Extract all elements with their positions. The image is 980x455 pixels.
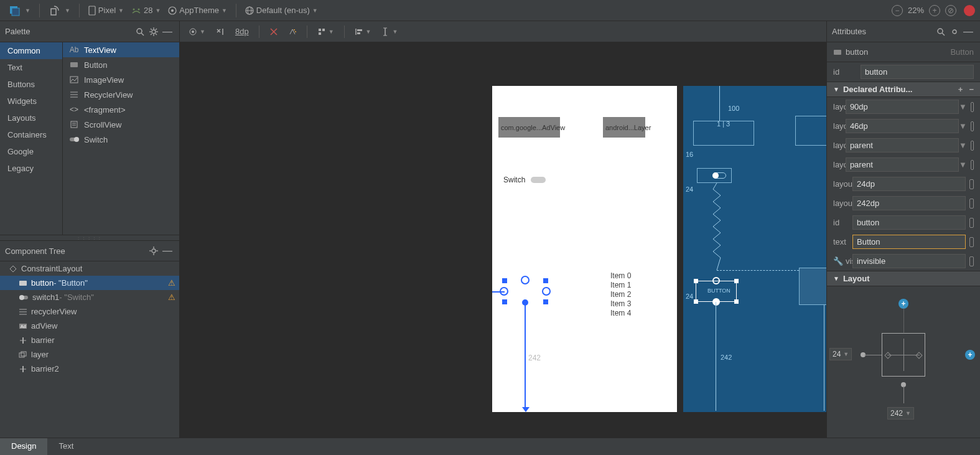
default-margin-button[interactable]: 8dp xyxy=(231,24,253,39)
attr-input[interactable] xyxy=(846,138,959,152)
tab-design[interactable]: Design xyxy=(0,438,47,455)
palette-cat-common[interactable]: Common xyxy=(0,42,62,59)
design-surface[interactable]: com.google...AdView android...Layer Swit… xyxy=(492,86,677,412)
chevron-down-icon[interactable]: ▼ xyxy=(959,141,967,150)
zoom-out-button[interactable]: − xyxy=(892,5,903,16)
attr-input[interactable] xyxy=(852,254,966,268)
bp-switch[interactable] xyxy=(697,168,732,183)
selected-button-widget[interactable] xyxy=(505,281,546,302)
palette-cat-text[interactable]: Text xyxy=(0,59,62,76)
palette-cat-google[interactable]: Google xyxy=(0,143,62,160)
pack-button[interactable]: ▼ xyxy=(314,25,338,39)
layer-placeholder[interactable]: android...Layer xyxy=(603,117,645,138)
resource-picker-icon[interactable] xyxy=(969,218,974,228)
theme-picker[interactable]: AppTheme ▼ xyxy=(164,3,231,17)
resource-picker-icon[interactable] xyxy=(969,237,974,247)
attr-input[interactable] xyxy=(852,196,966,210)
zoom-in-button[interactable]: + xyxy=(929,5,940,16)
gear-icon[interactable] xyxy=(147,25,161,39)
error-indicator-icon[interactable] xyxy=(964,5,975,16)
attr-input[interactable] xyxy=(846,100,959,114)
device-picker[interactable]: Pixel ▼ xyxy=(85,3,128,18)
palette-item-recyclerview[interactable]: RecyclerView xyxy=(63,87,179,102)
resource-picker-icon[interactable] xyxy=(971,160,974,170)
resource-picker-icon[interactable] xyxy=(971,102,974,112)
palette-item-scrollview[interactable]: ScrollView xyxy=(63,117,179,132)
tree-item-adview[interactable]: Ad adView xyxy=(0,319,179,333)
tab-text[interactable]: Text xyxy=(47,438,85,455)
resource-picker-icon[interactable] xyxy=(971,141,974,151)
minimize-icon[interactable]: — xyxy=(961,25,975,39)
remove-icon[interactable]: − xyxy=(969,85,974,94)
tree-item-recyclerview[interactable]: recyclerView xyxy=(0,304,179,319)
svg-point-70 xyxy=(953,30,956,34)
palette-item-imageview[interactable]: ImageView xyxy=(63,72,179,87)
view-options-button[interactable]: ▼ xyxy=(185,25,209,39)
attr-input[interactable] xyxy=(852,235,966,249)
cw-bottom-margin[interactable]: 242▼ xyxy=(887,407,914,420)
attr-input[interactable] xyxy=(846,157,959,172)
guidelines-button[interactable]: ▼ xyxy=(377,25,401,39)
palette-cat-buttons[interactable]: Buttons xyxy=(0,76,62,93)
zoom-fit-button[interactable]: ⊘ xyxy=(945,5,956,16)
search-icon[interactable] xyxy=(133,25,147,39)
layout-section[interactable]: ▼ Layout xyxy=(827,271,980,286)
api-picker[interactable]: 28 ▼ xyxy=(128,3,164,17)
tree-item-layer[interactable]: layer xyxy=(0,347,179,362)
recyclerview-items[interactable]: Item 0 Item 1 Item 2 Item 3 Item 4 xyxy=(610,271,631,318)
locale-picker[interactable]: Default (en-us) ▼ xyxy=(241,3,322,17)
tree-item-switch[interactable]: switch1- "Switch" ⚠ xyxy=(0,290,179,304)
align-button[interactable]: ▼ xyxy=(351,25,375,39)
infer-constraints-button[interactable] xyxy=(284,25,301,39)
palette-item-switch[interactable]: Switch xyxy=(63,132,179,147)
bp-recyclerview[interactable] xyxy=(799,268,826,305)
attr-input[interactable] xyxy=(852,215,966,230)
adview-placeholder[interactable]: com.google...AdView xyxy=(498,117,560,138)
tree-item-button[interactable]: button- "Button" ⚠ xyxy=(0,276,179,290)
declared-section[interactable]: ▼ Declared Attribu... +− xyxy=(827,82,980,97)
add-icon[interactable]: + xyxy=(958,85,963,94)
chevron-down-icon[interactable]: ▼ xyxy=(959,160,967,169)
palette-cat-legacy[interactable]: Legacy xyxy=(0,160,62,177)
attr-input[interactable] xyxy=(852,177,966,191)
cw-add-right[interactable]: + xyxy=(965,350,975,360)
tree-item-barrier[interactable]: barrier xyxy=(0,333,179,347)
search-icon[interactable] xyxy=(934,25,948,39)
minimize-icon[interactable]: — xyxy=(161,244,174,258)
switch-widget[interactable]: Switch xyxy=(503,176,525,184)
palette-item-textview[interactable]: AbTextView xyxy=(63,42,179,57)
cw-left-margin[interactable]: 24▼ xyxy=(829,348,852,360)
blueprint-surface[interactable]: 100 1 | 3 68 16 24 BUTTON xyxy=(683,86,826,412)
chevron-down-icon[interactable]: ▼ xyxy=(959,102,967,111)
tree-item-barrier2[interactable]: barrier2 xyxy=(0,362,179,376)
resize-handle[interactable]: : : : : : xyxy=(0,235,179,240)
palette-item-button[interactable]: Button xyxy=(63,57,179,72)
resource-picker-icon[interactable] xyxy=(969,256,974,266)
gear-icon[interactable] xyxy=(147,244,161,258)
svg-point-13 xyxy=(152,30,156,34)
gear-icon[interactable] xyxy=(948,25,961,39)
palette-title: Palette xyxy=(5,27,133,36)
palette-cat-widgets[interactable]: Widgets xyxy=(0,93,62,110)
minimize-icon[interactable]: — xyxy=(161,25,174,39)
clear-constraints-button[interactable] xyxy=(266,25,282,39)
orientation-button[interactable]: ▼ xyxy=(45,2,74,19)
palette-item-fragment[interactable]: <><fragment> xyxy=(63,102,179,117)
resource-picker-icon[interactable] xyxy=(971,121,974,131)
resource-picker-icon[interactable] xyxy=(969,199,974,209)
bp-selected-button[interactable]: BUTTON xyxy=(696,281,737,302)
resource-picker-icon[interactable] xyxy=(969,179,974,189)
constraint-widget[interactable]: + + 24▼ 242▼ xyxy=(827,286,980,423)
chevron-down-icon[interactable]: ▼ xyxy=(959,121,967,131)
palette-cat-layouts[interactable]: Layouts xyxy=(0,110,62,126)
palette-cat-containers[interactable]: Containers xyxy=(0,126,62,143)
barrier-icon xyxy=(19,337,27,344)
autoconnect-button[interactable] xyxy=(212,25,229,39)
attr-input[interactable] xyxy=(846,119,959,133)
surface-mode-button[interactable]: ▼ xyxy=(5,2,34,19)
canvas[interactable]: com.google...AdView android...Layer Swit… xyxy=(180,42,826,438)
palette-header: Palette — xyxy=(0,21,179,42)
tree-root[interactable]: ConstraintLayout xyxy=(0,261,179,276)
bp-layer[interactable] xyxy=(795,116,826,146)
id-input[interactable] xyxy=(861,65,974,79)
